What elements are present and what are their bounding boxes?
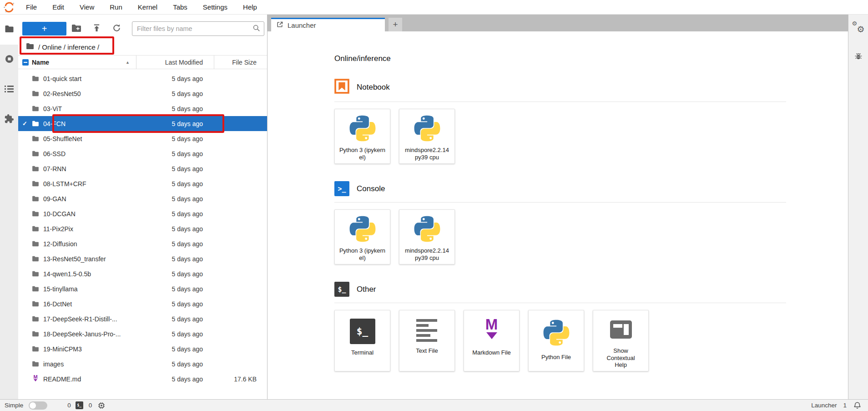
menu-tabs[interactable]: Tabs: [165, 0, 195, 14]
launcher-card-text-file[interactable]: Text File: [399, 310, 455, 371]
file-row[interactable]: 15-tinyllama5 days ago: [18, 281, 267, 296]
property-inspector-button[interactable]: ⚙ ⚙: [853, 22, 864, 33]
kernel-chip-icon[interactable]: [97, 401, 106, 410]
card-label: Python File: [541, 354, 571, 361]
breadcrumb[interactable]: / Online / inference /: [18, 39, 267, 55]
card-label: Show Contextual Help: [605, 347, 637, 369]
file-row[interactable]: 12-Diffusion5 days ago: [18, 236, 267, 251]
launcher-card-python-file[interactable]: Python File: [528, 310, 584, 371]
tab-launcher[interactable]: Launcher: [271, 18, 385, 31]
file-last-modified: 5 days ago: [136, 105, 214, 112]
file-last-modified: 5 days ago: [136, 120, 214, 127]
file-name: 13-ResNet50_transfer: [43, 255, 136, 263]
file-row[interactable]: 05-ShuffleNet5 days ago: [18, 131, 267, 146]
file-row[interactable]: 13-ResNet50_transfer5 days ago: [18, 251, 267, 266]
file-row[interactable]: 16-DctNet5 days ago: [18, 296, 267, 311]
file-row[interactable]: 08-LSTM+CRF5 days ago: [18, 176, 267, 191]
menu-run[interactable]: Run: [102, 0, 130, 14]
folder-icon: [32, 256, 39, 262]
file-last-modified: 5 days ago: [136, 210, 214, 218]
checked-icon: ✓: [22, 120, 27, 127]
file-row[interactable]: 03-ViT5 days ago: [18, 101, 267, 116]
file-last-modified: 5 days ago: [136, 135, 214, 142]
file-browser-toolbar: +: [22, 21, 264, 36]
sidebar-tab-table-of-contents[interactable]: [0, 75, 18, 105]
file-row[interactable]: 11-Pix2Pix5 days ago: [18, 221, 267, 236]
launcher-card-mindspore2-2-14-py39-cpu[interactable]: mindspore2.2.14 py39 cpu: [399, 209, 455, 264]
python-logo-icon: [348, 215, 377, 245]
file-row[interactable]: MREADME.md5 days ago17.6 KB: [18, 371, 267, 386]
simple-mode-toggle[interactable]: [29, 401, 47, 410]
folder-icon: [32, 151, 39, 157]
bell-icon[interactable]: [853, 401, 862, 410]
file-row[interactable]: 06-SSD5 days ago: [18, 146, 267, 161]
python-logo-icon: [413, 215, 441, 245]
menu-settings[interactable]: Settings: [195, 0, 235, 14]
file-row[interactable]: 01-quick start5 days ago: [18, 71, 267, 86]
file-name: 11-Pix2Pix: [43, 225, 136, 233]
menu-edit[interactable]: Edit: [45, 0, 72, 14]
folder-icon: [32, 226, 39, 232]
bug-icon: [854, 55, 863, 62]
file-last-modified: 5 days ago: [136, 255, 214, 263]
terminal-icon[interactable]: $_: [76, 401, 83, 409]
sidebar-tab-file-browser[interactable]: [0, 15, 18, 45]
contextual-help-icon: [608, 319, 634, 342]
file-row[interactable]: 02-ResNet505 days ago: [18, 86, 267, 101]
right-activity-bar: ⚙ ⚙: [848, 15, 868, 399]
menu-file[interactable]: File: [18, 0, 45, 14]
file-name: 05-ShuffleNet: [43, 135, 136, 142]
launcher-card-python-3-ipykernel[interactable]: Python 3 (ipykernel): [334, 109, 390, 164]
menu-kernel[interactable]: Kernel: [130, 0, 165, 14]
section-title: Other: [357, 285, 376, 294]
column-header-file-size[interactable]: File Size: [214, 56, 257, 69]
file-name: 19-MiniCPM3: [43, 345, 136, 353]
file-row[interactable]: ✓04-FCN5 days ago: [18, 116, 267, 131]
launcher-card-mindspore2-2-14-py39-cpu[interactable]: mindspore2.2.14 py39 cpu: [399, 109, 455, 164]
file-row[interactable]: 17-DeepSeek-R1-Distill-...5 days ago: [18, 311, 267, 326]
refresh-button[interactable]: [106, 22, 126, 36]
file-row[interactable]: 19-MiniCPM35 days ago: [18, 341, 267, 356]
app-logo-icon[interactable]: [0, 1, 18, 13]
new-launcher-button[interactable]: +: [22, 22, 66, 36]
folder-icon: [32, 91, 39, 96]
upload-button[interactable]: [86, 22, 106, 36]
filter-files-input[interactable]: [137, 25, 252, 32]
column-header-name[interactable]: Name ▲: [32, 59, 136, 66]
sidebar-tab-running-kernels[interactable]: [0, 45, 18, 75]
launcher-card-python-3-ipykernel[interactable]: Python 3 (ipykernel): [334, 209, 390, 264]
file-row[interactable]: images5 days ago: [18, 356, 267, 371]
puzzle-icon: [4, 114, 14, 126]
column-header-last-modified[interactable]: Last Modified: [136, 56, 214, 69]
section-divider: [334, 303, 786, 303]
new-folder-button[interactable]: [66, 22, 86, 36]
search-icon: [252, 24, 260, 34]
new-tab-button[interactable]: +: [389, 18, 402, 31]
menu-help[interactable]: Help: [235, 0, 265, 14]
section-divider: [334, 202, 786, 203]
file-row[interactable]: 09-GAN5 days ago: [18, 191, 267, 206]
launcher-section-notebook: Notebook Python 3 (ipykernel) mindspore2…: [334, 79, 786, 164]
new-folder-icon: [72, 25, 81, 33]
sidebar-tab-extensions[interactable]: [0, 105, 18, 135]
folder-icon: [26, 43, 34, 51]
file-name: 03-ViT: [43, 105, 136, 112]
launcher-card-show-contextual-help[interactable]: Show Contextual Help: [593, 310, 649, 371]
file-row[interactable]: 14-qwen1.5-0.5b5 days ago: [18, 266, 267, 281]
launcher-card-markdown-file[interactable]: MMarkdown File: [464, 310, 520, 371]
launcher-card-terminal[interactable]: $_Terminal: [334, 310, 390, 371]
file-last-modified: 5 days ago: [136, 270, 214, 278]
card-label: mindspore2.2.14 py39 cpu: [404, 247, 451, 261]
file-row[interactable]: 07-RNN5 days ago: [18, 161, 267, 176]
file-row[interactable]: 10-DCGAN5 days ago: [18, 206, 267, 221]
menu-view[interactable]: View: [72, 0, 102, 14]
launcher-section-other: $_Other$_TerminalText FileMMarkdown File…: [334, 282, 786, 371]
launcher-section-console: >_Console Python 3 (ipykernel) mindspore…: [334, 181, 786, 264]
debugger-button[interactable]: [854, 52, 863, 63]
simple-mode-label: Simple: [5, 402, 23, 409]
file-row[interactable]: 18-DeepSeek-Janus-Pro-...5 days ago: [18, 326, 267, 341]
python-logo-icon: [542, 319, 570, 349]
select-all-checkbox[interactable]: [22, 59, 29, 66]
card-label: Python 3 (ipykernel): [339, 247, 386, 261]
folder-icon: [32, 331, 39, 337]
